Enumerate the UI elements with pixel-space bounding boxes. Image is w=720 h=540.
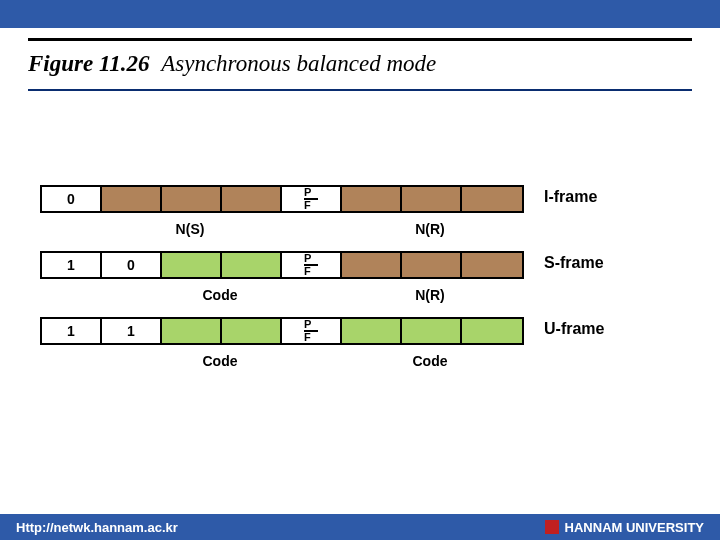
iframe-ns-3 [222,187,282,211]
figure-number: Figure 11.26 [28,51,149,76]
pf-stack: P F [304,320,318,342]
sframe-nr-label: N(R) [340,287,520,303]
iframe-nr-label: N(R) [340,221,520,237]
sframe-nr-1 [342,253,402,277]
pf-f: F [304,201,318,210]
uframe-code1-1 [162,319,222,343]
university-logo-icon [545,520,559,534]
pf-p: P [304,188,318,197]
iframe-boxes: 0 P F [40,185,524,213]
uframe-code2-3 [462,319,522,343]
uframe-pf: P F [282,319,342,343]
uframe-name: U-frame [544,317,604,341]
uframe-code1-label: Code [160,353,280,369]
iframe-ns-label: N(S) [100,221,280,237]
sframe-nr-3 [462,253,522,277]
sframe-bit1: 0 [102,253,162,277]
title-rule-top [28,38,692,41]
uframe-code1-2 [222,319,282,343]
iframe-name: I-frame [544,185,597,209]
uframe-bit1: 1 [102,319,162,343]
iframe-ns-2 [162,187,222,211]
footer-right: HANNAM UNIVERSITY [545,520,704,535]
top-color-band [0,0,720,28]
pf-f: F [304,267,318,276]
pf-f: F [304,333,318,342]
sframe-pf: P F [282,253,342,277]
figure-caption: Asynchronous balanced mode [161,51,436,76]
uframe-code2-label: Code [340,353,520,369]
pf-p: P [304,254,318,263]
footer-url: Http://netwk.hannam.ac.kr [16,520,178,535]
iframe-nr-3 [462,187,522,211]
frame-diagram: 0 P F I-frame N(S) N(R) 1 0 [40,185,680,369]
uframe-code2-2 [402,319,462,343]
sframe-bit0: 1 [42,253,102,277]
iframe-ns-1 [102,187,162,211]
sframe-nr-2 [402,253,462,277]
pf-stack: P F [304,254,318,276]
sframe-row: 1 0 P F S-frame [40,251,680,279]
title-rule-bottom [28,89,692,91]
sframe-code-1 [162,253,222,277]
iframe-nr-2 [402,187,462,211]
footer-band: Http://netwk.hannam.ac.kr HANNAM UNIVERS… [0,514,720,540]
sframe-under-labels: Code N(R) [40,287,680,303]
figure-title: Figure 11.26 Asynchronous balanced mode [28,51,692,77]
uframe-row: 1 1 P F U-frame [40,317,680,345]
title-area: Figure 11.26 Asynchronous balanced mode [0,38,720,101]
pf-stack: P F [304,188,318,210]
pf-p: P [304,320,318,329]
iframe-under-labels: N(S) N(R) [40,221,680,237]
uframe-code2-1 [342,319,402,343]
sframe-code-2 [222,253,282,277]
iframe-row: 0 P F I-frame [40,185,680,213]
uframe-bit0: 1 [42,319,102,343]
sframe-code-label: Code [160,287,280,303]
uframe-under-labels: Code Code [40,353,680,369]
uframe-boxes: 1 1 P F [40,317,524,345]
university-name: HANNAM UNIVERSITY [565,520,704,535]
iframe-bit0: 0 [42,187,102,211]
iframe-pf: P F [282,187,342,211]
sframe-name: S-frame [544,251,604,275]
iframe-nr-1 [342,187,402,211]
sframe-boxes: 1 0 P F [40,251,524,279]
